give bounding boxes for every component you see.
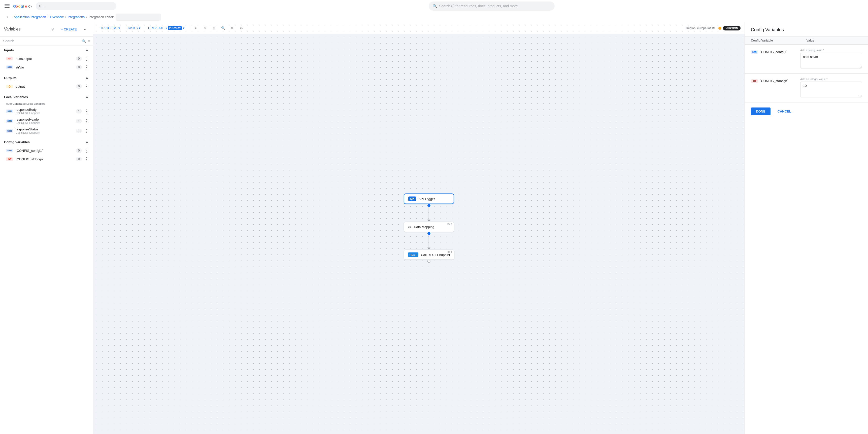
list-item: INT numOutput 0 ⋮ (0, 54, 93, 63)
config-variables-title: Config Variables (4, 140, 83, 144)
google-cloud-logo: G o o g l e Cloud (13, 3, 32, 9)
count-badge: 1 (76, 109, 82, 113)
connector-line (429, 235, 429, 248)
filter-icon[interactable]: ≡ (88, 39, 90, 43)
type-badge-str: STR (751, 51, 758, 54)
menu-dots-icon[interactable]: ⋮ (84, 156, 89, 162)
config-value-input-1[interactable]: asdf sdvm (800, 53, 862, 68)
app-integration-link[interactable]: Application Integration (13, 15, 46, 19)
data-mapping-node[interactable]: ⇄ Data Mapping ID:2 (404, 222, 454, 232)
connector-dot-icon (428, 204, 431, 207)
count-badge: 0 (76, 65, 82, 69)
connector-1 (428, 204, 431, 222)
menu-dots-icon[interactable]: ⋮ (84, 84, 89, 89)
var-name: responseBody (16, 108, 73, 111)
left-panel: Variables ⇄ + CREATE ⇤ 🔍 ≡ Inputs ▲ INT … (0, 22, 93, 434)
menu-dots-icon[interactable]: ⋮ (84, 128, 89, 134)
config-var-cell-2: INT `CONFIG_sfdbcgn` (751, 77, 796, 83)
main-layout: Variables ⇄ + CREATE ⇤ 🔍 ≡ Inputs ▲ INT … (0, 22, 868, 434)
connector-dot-hollow-icon (428, 260, 431, 263)
type-badge: STR (6, 119, 13, 123)
type-badge-str: STR (6, 65, 13, 69)
type-badge-int: INT (751, 79, 758, 83)
config-value-input-2[interactable]: 10 (800, 81, 862, 97)
menu-dots-icon[interactable]: ⋮ (84, 108, 89, 114)
back-button[interactable]: ← (4, 13, 12, 21)
var-name: `CONFIG_sfdbcgn` (16, 157, 73, 161)
type-badge-json: {} (6, 85, 13, 88)
data-mapping-icon: ⇄ (408, 225, 411, 229)
var-sub: Call REST Endpoint (16, 131, 73, 134)
config-row-2: INT `CONFIG_sfdbcgn` Add an integer valu… (745, 73, 868, 102)
local-variables-section-header[interactable]: Local Variables ▲ (0, 93, 93, 101)
hamburger-icon (4, 3, 9, 8)
outputs-section-header[interactable]: Outputs ▲ (0, 73, 93, 82)
overview-link[interactable]: Overview (50, 15, 63, 19)
search-input-wrap: 🔍 ≡ (0, 36, 93, 46)
config-val-cell-1: Add a string value * asdf sdvm (800, 48, 862, 69)
project-selector[interactable]: ⊕ ··· (36, 2, 116, 10)
connector-line (429, 207, 429, 220)
menu-dots-icon[interactable]: ⋮ (84, 64, 89, 70)
rest-icon: REST (408, 253, 418, 257)
local-variables-title: Local Variables (4, 95, 83, 99)
config-var-name-1: `CONFIG_confgi1` (760, 50, 787, 54)
global-search-placeholder: Search (/) for resources, docs, products… (439, 4, 518, 8)
integrations-link[interactable]: Integrations (67, 15, 85, 19)
cancel-button[interactable]: CANCEL (774, 107, 795, 115)
search-input[interactable] (3, 39, 80, 43)
auto-generated-label: Auto Generated Local Variables (0, 101, 93, 106)
type-badge-int: INT (6, 57, 13, 60)
create-button[interactable]: + CREATE (59, 27, 79, 32)
api-trigger-label: API Trigger (418, 197, 435, 201)
type-badge: STR (6, 109, 13, 113)
menu-dots-icon[interactable]: ⋮ (84, 118, 89, 124)
right-panel: Config Variables Config Variable Value S… (745, 22, 868, 434)
swap-icon-button[interactable]: ⇄ (49, 25, 57, 33)
config-val-cell-2: Add an integer value * 10 (800, 77, 862, 98)
config-textarea-label-1: Add a string value * (800, 48, 862, 52)
google-logo: G o o g l e Cloud (13, 3, 32, 9)
canvas-area: TRIGGERS ▾ TASKS ▾ TEMPLATES PREVIEW ▾ ↩… (93, 22, 745, 434)
svg-text:o: o (18, 4, 21, 8)
rest-endpoint-label: Call REST Endpoint (421, 253, 450, 257)
var-name: responseStatus (16, 127, 73, 131)
outputs-title: Outputs (4, 76, 83, 80)
menu-dots-icon[interactable]: ⋮ (84, 148, 89, 153)
rest-endpoint-node[interactable]: REST Call REST Endpoint ID:4 (404, 250, 455, 260)
done-button[interactable]: DONE (751, 107, 771, 115)
config-var-cell-1: STR `CONFIG_confgi1` (751, 48, 796, 54)
rest-node-id: ID:4 (447, 251, 452, 254)
arrow-down-icon (428, 248, 431, 250)
var-name: numOutput (16, 57, 73, 61)
type-badge: STR (6, 129, 13, 133)
outputs-chevron-icon: ▲ (85, 75, 89, 80)
variables-header: Variables ⇄ + CREATE ⇤ (0, 22, 93, 36)
config-variables-list: STR `CONFIG_confgi1` 0 ⋮ INT `CONFIG_sfd… (0, 146, 93, 163)
data-mapping-label: Data Mapping (414, 225, 434, 229)
count-badge: 0 (76, 157, 82, 161)
menu-dots-icon[interactable]: ⋮ (84, 56, 89, 61)
api-trigger-node[interactable]: API API Trigger (404, 194, 454, 204)
collapse-panel-button[interactable]: ⇤ (81, 25, 89, 33)
hamburger-menu-button[interactable] (3, 2, 11, 10)
list-item: INT `CONFIG_sfdbcgn` 0 ⋮ (0, 155, 93, 163)
connector-2 (428, 232, 431, 250)
global-search-bar[interactable]: 🔍 Search (/) for resources, docs, produc… (429, 1, 555, 10)
var-name: output (16, 85, 73, 88)
col-value-header: Value (807, 39, 862, 42)
create-label: + CREATE (61, 27, 77, 31)
flow-container: API API Trigger ⇄ Data Mapping ID:2 (404, 194, 455, 263)
svg-text:l: l (23, 4, 24, 8)
config-variables-section-header[interactable]: Config Variables ▲ (0, 138, 93, 146)
integration-editor-label: Integration editor: (89, 15, 114, 19)
config-variables-panel-title: Config Variables (745, 22, 868, 37)
integration-name-bar (116, 13, 161, 21)
type-badge: INT (6, 157, 13, 161)
type-badge: STR (6, 149, 13, 152)
inputs-section-header[interactable]: Inputs ▲ (0, 46, 93, 54)
outputs-list: {} output 0 ⋮ (0, 82, 93, 91)
count-badge: 1 (76, 129, 82, 133)
search-icon: 🔍 (82, 39, 86, 43)
inputs-title: Inputs (4, 48, 83, 52)
